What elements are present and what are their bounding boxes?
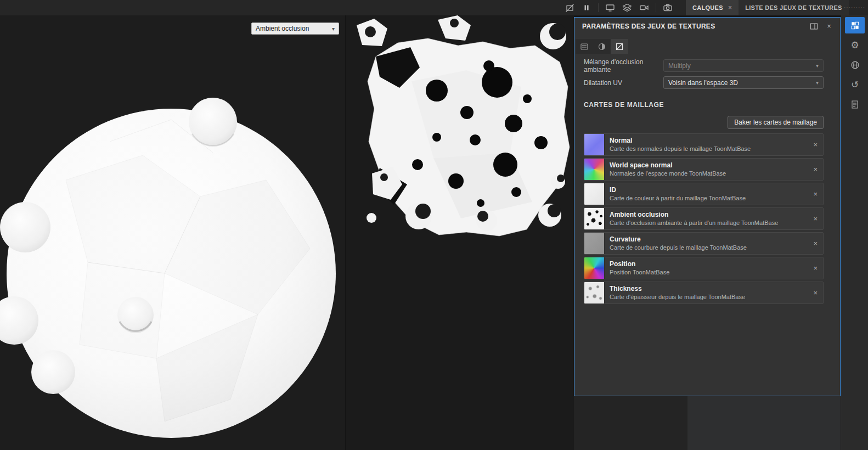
background-panel-area xyxy=(687,396,841,450)
no-tiling-icon[interactable] xyxy=(564,2,575,13)
normal-map-thumbnail xyxy=(584,134,605,155)
close-icon[interactable]: × xyxy=(728,4,732,12)
mesh-map-row-thickness[interactable]: Thickness Carte d'épaisseur depuis le ma… xyxy=(584,282,824,304)
close-icon[interactable]: × xyxy=(808,190,823,198)
mesh-map-name: Ambient occlusion xyxy=(610,210,778,219)
mesh-map-description: Carte d'occlusion ambiante à partir d'un… xyxy=(610,219,778,227)
mesh-map-name: ID xyxy=(610,185,746,194)
close-icon[interactable]: × xyxy=(808,289,823,297)
ao-blend-label: Mélange d'occlusion ambiante xyxy=(584,58,663,74)
history-icon[interactable]: ↺ xyxy=(845,76,865,93)
thickness-thumbnail xyxy=(584,282,605,303)
panel-content: Mélange d'occlusion ambiante Multiply ▾ … xyxy=(574,54,840,304)
mesh-map-row-ambient-occlusion[interactable]: Ambient occlusion Carte d'occlusion ambi… xyxy=(584,207,824,230)
mesh-map-description: Position ToonMatBase xyxy=(610,268,669,277)
mesh-map-row-id[interactable]: ID Carte de couleur à partir du maillage… xyxy=(584,183,824,205)
tab-liste-label: LISTE DES JEUX DE TEXTURES xyxy=(745,4,842,11)
mesh-map-row-normal[interactable]: Normal Carte des normales depuis le mail… xyxy=(584,133,824,156)
mesh-map-description: Carte de couleur à partir du maillage To… xyxy=(610,194,746,203)
close-icon[interactable]: × xyxy=(808,140,823,149)
mesh-maps-section-title: CARTES DE MAILLAGE xyxy=(584,101,824,109)
mesh-map-name: Position xyxy=(610,260,669,268)
curvature-thumbnail xyxy=(584,233,605,254)
world-space-normal-thumbnail xyxy=(584,159,605,180)
top-toolbar: CALQUES × LISTE DES JEUX DE TEXTURES ···… xyxy=(0,0,868,16)
toolbar-separator xyxy=(656,3,656,12)
viewport-2d[interactable] xyxy=(346,15,574,450)
tab-liste-des-jeux-de-textures[interactable]: LISTE DES JEUX DE TEXTURES xyxy=(739,0,849,15)
background-area xyxy=(574,396,687,450)
uv-dilation-icon xyxy=(615,42,624,51)
panel-header: PARAMÈTRES DES JEUX DE TEXTURES × xyxy=(574,18,840,35)
material-stack-icon[interactable] xyxy=(622,2,633,13)
bake-mesh-maps-button[interactable]: Baker les cartes de maillage xyxy=(728,116,824,129)
mesh-map-name: Curvature xyxy=(610,235,747,244)
tab-uv-dilation-settings[interactable] xyxy=(611,39,628,54)
grid-icon xyxy=(850,21,860,30)
mesh-map-description: Carte de courbure depuis le maillage Too… xyxy=(610,244,747,252)
3d-render-sphere xyxy=(0,15,345,450)
tab-material-settings[interactable] xyxy=(593,39,611,54)
globe-icon[interactable] xyxy=(845,57,865,73)
document-glyph xyxy=(850,100,859,109)
uv-dilation-select[interactable]: Voisin dans l'espace 3D ▾ xyxy=(663,76,824,89)
mesh-map-name: World space normal xyxy=(610,161,726,170)
close-icon[interactable]: × xyxy=(808,215,823,223)
tab-calques-label: CALQUES xyxy=(692,4,723,11)
close-icon[interactable]: × xyxy=(808,264,823,272)
display-settings-icon[interactable] xyxy=(605,2,616,13)
chevron-down-icon: ▾ xyxy=(816,63,819,69)
panel-tab-strip xyxy=(576,39,628,54)
chevron-down-icon: ▾ xyxy=(332,26,335,32)
ambient-occlusion-thumbnail xyxy=(584,208,605,229)
shader-mode-dropdown[interactable]: Ambient occlusion ▾ xyxy=(251,22,339,35)
close-icon[interactable]: × xyxy=(808,165,823,173)
texture-set-settings-panel: PARAMÈTRES DES JEUX DE TEXTURES × xyxy=(574,17,841,396)
uv-dilation-value: Voisin dans l'espace 3D xyxy=(668,79,738,87)
viewport-3d[interactable]: Ambient occlusion ▾ xyxy=(0,15,346,450)
top-tabs: CALQUES × LISTE DES JEUX DE TEXTURES xyxy=(686,0,849,15)
uv-islands-render xyxy=(346,15,574,450)
shader-mode-value: Ambient occlusion xyxy=(256,25,309,32)
mesh-map-description: Carte d'épaisseur depuis le maillage Too… xyxy=(610,293,745,301)
tab-calques[interactable]: CALQUES × xyxy=(686,0,739,15)
ao-blend-value: Multiply xyxy=(668,62,691,70)
mesh-map-row-curvature[interactable]: Curvature Carte de courbure depuis le ma… xyxy=(584,232,824,255)
uv-dilation-label: Dilatation UV xyxy=(584,79,663,87)
dock-panel-icon[interactable] xyxy=(808,21,819,32)
close-icon[interactable]: × xyxy=(808,239,823,248)
mesh-map-row-world-space-normal[interactable]: World space normal Normales de l'espace … xyxy=(584,158,824,181)
toolbar-separator xyxy=(598,3,599,12)
position-thumbnail xyxy=(584,257,605,279)
right-icon-rail: ⚙ ↺ xyxy=(841,15,868,450)
mesh-map-name: Normal xyxy=(610,136,751,145)
uv-dilation-field: Dilatation UV Voisin dans l'espace 3D ▾ xyxy=(584,76,824,89)
drag-handle-dots[interactable]: ········· xyxy=(844,4,865,10)
tab-baking-settings[interactable] xyxy=(576,39,593,54)
panel-title: PARAMÈTRES DES JEUX DE TEXTURES xyxy=(582,22,715,30)
mesh-map-row-position[interactable]: Position Position ToonMatBase × xyxy=(584,257,824,279)
video-camera-icon[interactable] xyxy=(639,2,650,13)
ao-blend-select[interactable]: Multiply ▾ xyxy=(663,59,824,72)
sphere-icon xyxy=(598,42,606,51)
mesh-map-description: Carte des normales depuis le maillage To… xyxy=(610,145,751,153)
gear-icon[interactable]: ⚙ xyxy=(845,37,865,53)
chevron-down-icon: ▾ xyxy=(816,80,819,86)
mesh-map-list: Normal Carte des normales depuis le mail… xyxy=(584,133,824,304)
document-icon[interactable] xyxy=(845,96,865,113)
texture-set-settings-icon[interactable] xyxy=(845,17,865,33)
camera-icon[interactable] xyxy=(662,2,673,13)
close-icon[interactable]: × xyxy=(824,21,835,32)
pause-icon[interactable] xyxy=(581,2,592,13)
globe-glyph xyxy=(850,60,860,70)
ao-blend-field: Mélange d'occlusion ambiante Multiply ▾ xyxy=(584,59,824,72)
mesh-map-description: Normales de l'espace monde ToonMatBase xyxy=(610,170,726,178)
viewport-toolbar-icons xyxy=(564,0,673,15)
id-map-thumbnail xyxy=(584,183,605,205)
oven-icon xyxy=(580,42,589,51)
mesh-map-name: Thickness xyxy=(610,284,745,293)
